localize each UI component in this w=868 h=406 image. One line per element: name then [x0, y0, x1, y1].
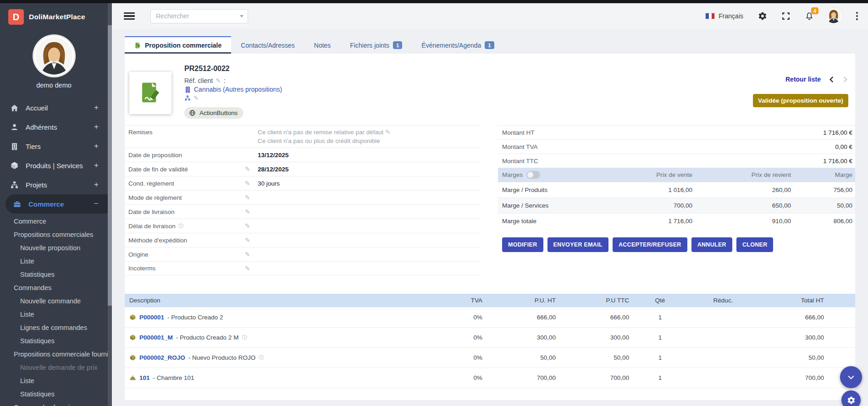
submenu-liste-demandes[interactable]: Liste [0, 374, 108, 387]
cell-pu-ttc: 666,00 [560, 307, 634, 328]
cell-pu-ht: 300,00 [487, 328, 560, 348]
detail-label: Mode de règlement [125, 194, 245, 201]
project-icon[interactable] [184, 95, 191, 101]
edit-pencil-icon[interactable]: ✎ [245, 236, 250, 244]
fullscreen-button[interactable] [782, 12, 790, 20]
top-dark-strip [0, 0, 868, 3]
submenu-statistiques-propositions[interactable]: Statistiques [0, 268, 108, 281]
tab-evenements-agenda[interactable]: Événements/Agenda 1 [412, 37, 503, 54]
sidebar-item-produits-services[interactable]: Produits | Services + [0, 156, 108, 175]
collapse-minus-icon[interactable]: − [94, 199, 99, 208]
submenu-commandes[interactable]: Commandes [0, 281, 108, 294]
brand-logo[interactable]: D DoliMarketPlace [0, 3, 108, 29]
product-ref-link[interactable]: P000001_M [139, 334, 173, 341]
chevron-down-icon[interactable] [240, 15, 243, 17]
submenu-liste-propositions[interactable]: Liste [0, 254, 108, 268]
envoyer-email-button[interactable]: ENVOYER EMAIL [547, 237, 608, 252]
product-ref-link[interactable]: 101 [139, 374, 150, 381]
cloner-button[interactable]: CLONER [736, 237, 774, 252]
edit-pencil-icon[interactable]: ✎ [245, 222, 250, 230]
language-selector[interactable]: Français [705, 12, 743, 20]
tab-notes[interactable]: Notes [304, 37, 341, 54]
sidebar-item-projets[interactable]: Projets + [0, 175, 108, 194]
edit-pencil-icon[interactable]: ✎ [194, 94, 199, 102]
annuler-button[interactable]: ANNULER [691, 237, 732, 252]
company-link[interactable]: Cannabis (Autres propositions) [194, 86, 282, 93]
tab-contacts-adresses[interactable]: Contacts/Adresses [231, 37, 304, 54]
submenu-nouvelle-proposition[interactable]: Nouvelle proposition [0, 241, 108, 254]
sidebar-item-label: Adhérents [26, 123, 57, 131]
edit-pencil-icon[interactable]: ✎ [245, 165, 250, 173]
back-to-list-link[interactable]: Retour liste [785, 76, 821, 83]
amount-row-ttc: Montant TTC 1 716,00 € [498, 154, 855, 168]
submenu-liste-commandes[interactable]: Liste [0, 307, 108, 321]
hamburger-menu-icon[interactable] [124, 12, 135, 20]
submenu-statistiques-demandes[interactable]: Statistiques [0, 387, 108, 401]
product-ref-link[interactable]: P000001 [139, 314, 164, 321]
product-ref-link[interactable]: P000002_ROJO [139, 354, 185, 361]
sidebar-item-adherents[interactable]: Adhérents + [0, 117, 108, 137]
scroll-down-fab[interactable] [840, 366, 862, 388]
sidebar-item-commerce[interactable]: Commerce − [6, 194, 108, 214]
expand-plus-icon[interactable]: + [94, 122, 99, 132]
submenu-lignes-de-commandes[interactable]: Lignes de commandes [0, 321, 108, 334]
modifier-button[interactable]: MODIFIER [502, 237, 543, 252]
document-thumbnail[interactable] [129, 72, 171, 114]
search-input[interactable] [150, 9, 248, 23]
edit-pencil-icon[interactable]: ✎ [245, 194, 250, 201]
expand-plus-icon[interactable]: + [94, 142, 99, 151]
more-options-button[interactable] [853, 11, 861, 21]
submenu-commandes-fournisseurs[interactable]: Commandes fournisseurs [0, 401, 108, 406]
submenu-commerce[interactable]: Commerce [0, 214, 108, 228]
building-icon [10, 142, 19, 151]
amount-label: Montant TVA [498, 143, 835, 150]
scrollbar-thumb[interactable] [108, 25, 112, 306]
tab-fichiers-joints[interactable]: Fichiers joints 1 [340, 37, 412, 54]
margins-toggle[interactable] [526, 171, 540, 179]
tab-proposition-commerciale[interactable]: Proposition commerciale [125, 36, 231, 54]
submenu-nouvelle-commande[interactable]: Nouvelle commande [0, 294, 108, 307]
expand-plus-icon[interactable]: + [94, 180, 99, 189]
expand-plus-icon[interactable]: + [94, 161, 99, 170]
user-menu-avatar[interactable] [826, 8, 842, 24]
sidebar-item-tiers[interactable]: Tiers + [0, 137, 108, 156]
edit-pencil-icon[interactable]: ✎ [385, 128, 391, 136]
detail-label: Méthode d'expédition [125, 237, 245, 244]
edit-pencil-icon[interactable]: ✎ [245, 208, 250, 215]
globe-icon [189, 110, 196, 116]
edit-pencil-icon[interactable]: ✎ [245, 180, 250, 187]
col-qte: Qté [634, 294, 686, 307]
settings-button[interactable] [758, 11, 767, 21]
expand-plus-icon[interactable]: + [94, 103, 99, 112]
col-pu-ht: P.U. HT [487, 294, 560, 307]
sidebar-item-label: Produits | Services [26, 162, 83, 170]
submenu-statistiques-commandes[interactable]: Statistiques [0, 334, 108, 347]
info-icon: ⓘ [178, 223, 184, 230]
edit-pencil-icon[interactable]: ✎ [245, 251, 250, 258]
action-buttons-pill[interactable]: ActionButtons [184, 107, 243, 119]
tab-count-badge: 1 [393, 41, 402, 49]
settings-fab[interactable] [841, 390, 861, 406]
margins-header-label: Marges [502, 171, 523, 178]
sidebar-scrollbar[interactable] [108, 3, 112, 406]
edit-pencil-icon[interactable]: ✎ [216, 77, 221, 84]
sidebar-item-label: Projets [26, 181, 47, 189]
amount-value: 0,00 € [835, 143, 855, 150]
submenu-propositions-commerciales[interactable]: Propositions commerciales [0, 228, 108, 241]
chevron-left-icon[interactable] [829, 76, 835, 83]
amount-row-tva: Montant TVA 0,00 € [498, 139, 855, 154]
info-icon: ⓘ [259, 354, 264, 361]
submenu-propositions-fournisseurs[interactable]: Propositions commerciale fourni... [0, 347, 108, 361]
tab-label: Proposition commerciale [145, 42, 221, 49]
table-header-row: Description TVA P.U. HT P.U TTC Qté Rédu… [125, 294, 855, 307]
sidebar-item-accueil[interactable]: Accueil + [0, 98, 108, 117]
notifications-button[interactable]: 4 [805, 11, 814, 21]
tab-label: Événements/Agenda [421, 42, 481, 49]
cell-reduc [686, 307, 760, 328]
accepter-refuser-button[interactable]: ACCEPTER/REFUSER [613, 237, 687, 252]
proposal-ref: PR2512-0022 [184, 65, 282, 73]
proposal-head-info: PR2512-0022 Réf. client ✎ : Cannabis (Au… [184, 63, 282, 119]
detail-row-remises: Remises Ce client n'a pas de remise rela… [125, 125, 481, 148]
edit-pencil-icon[interactable]: ✎ [245, 265, 250, 272]
margin-value: 806,00 [791, 218, 855, 225]
